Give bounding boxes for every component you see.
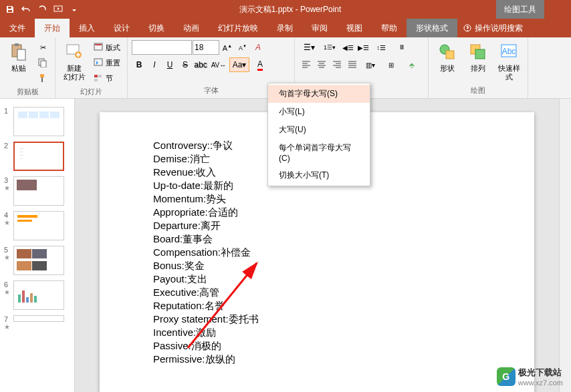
new-slide-label: 新建 幻灯片 bbox=[64, 64, 86, 81]
char-spacing-button[interactable]: AV↔ bbox=[209, 57, 229, 72]
thumb-4[interactable]: 4★ bbox=[0, 208, 74, 243]
smartart-icon: ⬘ bbox=[409, 61, 415, 69]
thumb-7[interactable]: 7★ bbox=[0, 313, 74, 333]
customize-icon[interactable] bbox=[67, 2, 82, 17]
case-sentence[interactable]: 句首字母大写(S) bbox=[268, 85, 370, 103]
cut-button[interactable]: ✂ bbox=[35, 40, 51, 55]
paste-icon bbox=[8, 41, 29, 63]
menu-animations[interactable]: 动画 bbox=[174, 19, 209, 37]
title-bar: 演示文稿1.pptx - PowerPoint 绘图工具 bbox=[0, 0, 571, 19]
bold-button[interactable]: B bbox=[132, 57, 146, 72]
bullets-button[interactable]: ☰▾ bbox=[299, 40, 319, 55]
clear-format-button[interactable]: A bbox=[251, 40, 265, 55]
inc-indent-button[interactable]: ▶☰ bbox=[356, 40, 370, 55]
quick-styles-button[interactable]: Abc 快速样式 bbox=[494, 40, 524, 83]
svg-rect-18 bbox=[475, 49, 485, 59]
columns-button[interactable]: ▥▾ bbox=[360, 57, 380, 72]
change-case-dropdown: 句首字母大写(S) 小写(L) 大写(U) 每个单词首字母大写(C) 切换大小写… bbox=[267, 83, 370, 186]
strike-icon: S bbox=[183, 60, 188, 69]
smartart-button[interactable]: ⬘ bbox=[402, 57, 422, 72]
group-clipboard: 粘贴 ✂ 剪贴板 bbox=[0, 37, 55, 98]
reset-icon bbox=[93, 57, 104, 68]
shrink-font-button[interactable]: A▼ bbox=[235, 40, 250, 55]
menu-view[interactable]: 视图 bbox=[337, 19, 372, 37]
menu-design[interactable]: 设计 bbox=[104, 19, 139, 37]
new-slide-icon bbox=[64, 41, 85, 63]
font-name-input[interactable] bbox=[132, 40, 192, 55]
arrange-icon bbox=[467, 41, 489, 63]
slideshow-icon[interactable] bbox=[51, 2, 66, 17]
justify-button[interactable] bbox=[345, 57, 360, 72]
paste-button[interactable]: 粘贴 bbox=[4, 40, 33, 74]
thumb-2[interactable]: 2∙∙∙∙∙∙∙∙∙∙∙∙∙∙∙∙∙ bbox=[0, 139, 74, 174]
font-color-icon: A bbox=[257, 59, 263, 71]
new-slide-button[interactable]: 新建 幻灯片 bbox=[60, 40, 89, 83]
menu-transitions[interactable]: 切换 bbox=[139, 19, 174, 37]
svg-rect-13 bbox=[98, 75, 102, 77]
bullets-icon: ☰▾ bbox=[304, 43, 315, 52]
align-left-button[interactable] bbox=[299, 57, 314, 72]
line-spacing-button[interactable]: ↕☰ bbox=[371, 40, 391, 55]
menu-review[interactable]: 审阅 bbox=[302, 19, 337, 37]
group-drawing: 形状 排列 Abc 快速样式 绘图 bbox=[429, 37, 528, 98]
dec-indent-button[interactable]: ◀☰ bbox=[340, 40, 355, 55]
font-color-button[interactable]: A bbox=[250, 57, 270, 72]
undo-icon[interactable] bbox=[19, 2, 33, 17]
align-center-button[interactable] bbox=[314, 57, 329, 72]
linespace-icon: ↕☰ bbox=[376, 44, 386, 51]
strike-button[interactable]: S bbox=[178, 57, 193, 72]
layout-icon bbox=[93, 42, 104, 53]
menu-help[interactable]: 帮助 bbox=[372, 19, 407, 37]
italic-button[interactable]: I bbox=[147, 57, 162, 72]
layout-button[interactable]: 版式 bbox=[90, 40, 123, 55]
thumb-6[interactable]: 6★ bbox=[0, 278, 74, 313]
tell-me[interactable]: 操作说明搜索 bbox=[457, 19, 528, 37]
watermark-logo-icon: G bbox=[497, 367, 516, 386]
menu-shape-format[interactable]: 形状格式 bbox=[407, 19, 457, 37]
change-case-button[interactable]: Aa▾ bbox=[229, 57, 249, 72]
section-button[interactable]: 节 bbox=[90, 71, 123, 85]
thumb-1[interactable]: 1 bbox=[0, 104, 74, 139]
menu-slideshow[interactable]: 幻灯片放映 bbox=[209, 19, 267, 37]
svg-rect-3 bbox=[15, 43, 19, 46]
text-direction-button[interactable]: Ⅲ bbox=[392, 40, 412, 55]
vertical-scrollbar[interactable] bbox=[559, 99, 571, 392]
thumb-3[interactable]: 3★ bbox=[0, 174, 74, 208]
redo-icon[interactable] bbox=[35, 2, 49, 17]
align-text-button[interactable]: ⊞ bbox=[381, 57, 401, 72]
case-toggle[interactable]: 切换大小写(T) bbox=[268, 166, 370, 184]
numbering-button[interactable]: 1☰▾ bbox=[320, 40, 340, 55]
menu-recording[interactable]: 录制 bbox=[267, 19, 302, 37]
numbering-icon: 1☰▾ bbox=[324, 44, 336, 51]
case-each-word[interactable]: 每个单词首字母大写(C) bbox=[268, 139, 370, 166]
svg-rect-12 bbox=[94, 75, 98, 77]
reset-button[interactable]: 重置 bbox=[90, 55, 123, 70]
align-right-button[interactable] bbox=[330, 57, 344, 72]
format-painter-button[interactable] bbox=[35, 71, 51, 85]
case-lower[interactable]: 小写(L) bbox=[268, 103, 370, 121]
menu-file[interactable]: 文件 bbox=[0, 19, 35, 37]
save-icon[interactable] bbox=[3, 2, 17, 17]
menu-home[interactable]: 开始 bbox=[35, 19, 70, 37]
cut-icon: ✂ bbox=[37, 42, 48, 53]
arrange-button[interactable]: 排列 bbox=[463, 40, 493, 74]
shadow-icon: abc bbox=[194, 60, 207, 69]
italic-icon: I bbox=[153, 60, 155, 69]
shrink-font-icon: A▼ bbox=[239, 44, 247, 51]
case-upper[interactable]: 大写(U) bbox=[268, 121, 370, 139]
quick-access-toolbar bbox=[0, 2, 84, 17]
underline-button[interactable]: U bbox=[162, 57, 177, 72]
align-left-icon bbox=[302, 60, 311, 69]
thumbnail-panel: 1 2∙∙∙∙∙∙∙∙∙∙∙∙∙∙∙∙∙ 3★ 4★ 5★ 6★ 7★ bbox=[0, 99, 75, 392]
grow-font-button[interactable]: A▲ bbox=[220, 40, 235, 55]
bold-icon: B bbox=[136, 60, 142, 69]
copy-button[interactable] bbox=[35, 55, 51, 70]
shapes-icon bbox=[437, 41, 458, 63]
shadow-button[interactable]: abc bbox=[193, 57, 208, 72]
quickstyle-icon: Abc bbox=[498, 41, 520, 63]
svg-rect-11 bbox=[94, 59, 102, 65]
thumb-5[interactable]: 5★ bbox=[0, 243, 74, 278]
menu-insert[interactable]: 插入 bbox=[70, 19, 104, 37]
font-size-input[interactable] bbox=[193, 40, 219, 55]
shapes-button[interactable]: 形状 bbox=[433, 40, 462, 74]
